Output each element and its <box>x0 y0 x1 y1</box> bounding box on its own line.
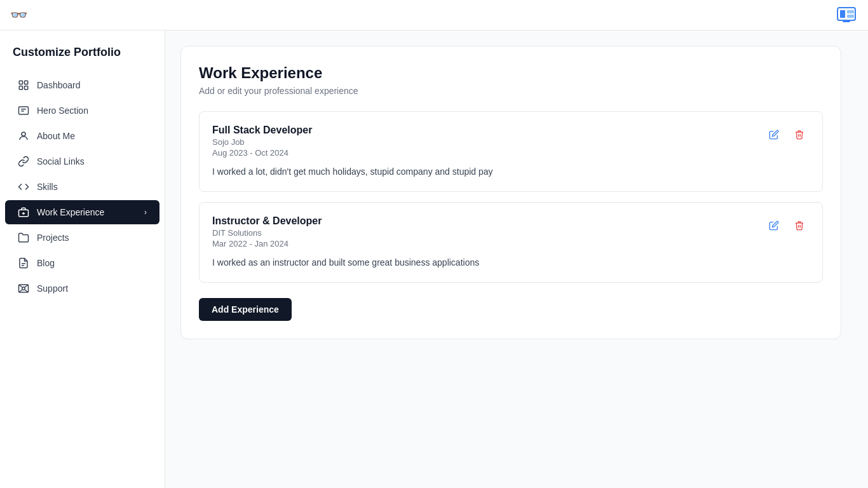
briefcase-icon <box>18 207 29 218</box>
sidebar-item-projects[interactable]: Projects <box>5 226 159 250</box>
sidebar-label-social: Social Links <box>37 156 85 166</box>
delete-button-2[interactable] <box>789 215 810 236</box>
logo-icon: 👓 <box>10 7 27 24</box>
svg-rect-6 <box>25 81 28 84</box>
sidebar-label-work: Work Experience <box>37 207 104 217</box>
dashboard-icon <box>18 79 29 91</box>
sidebar-item-social-links[interactable]: Social Links <box>5 149 159 173</box>
sidebar-item-blog[interactable]: Blog <box>5 251 159 275</box>
sidebar-title: Customize Portfolio <box>0 46 165 72</box>
person-icon <box>18 130 29 142</box>
edit-button-1[interactable] <box>764 125 784 145</box>
exp-header-1: Full Stack Developer Sojo Job Aug 2023 -… <box>212 125 810 165</box>
exp-description-2: I worked as an instructor and built some… <box>212 256 810 269</box>
svg-point-12 <box>22 132 25 136</box>
sidebar-item-support[interactable]: Support <box>5 276 159 301</box>
sidebar-label-blog: Blog <box>37 258 55 268</box>
chevron-right-icon: › <box>144 208 147 217</box>
exp-dates-1: Aug 2023 - Oct 2024 <box>212 148 312 158</box>
sidebar-label-about: About Me <box>37 131 75 141</box>
sidebar-label-dashboard: Dashboard <box>37 80 81 90</box>
exp-actions-2 <box>764 215 810 236</box>
svg-point-19 <box>22 287 25 290</box>
add-experience-button[interactable]: Add Experience <box>199 298 292 321</box>
code-icon <box>18 181 29 193</box>
sidebar-label-projects: Projects <box>37 233 69 243</box>
svg-rect-1 <box>840 10 845 18</box>
link-icon <box>18 156 29 167</box>
work-experience-card: Work Experience Add or edit your profess… <box>180 46 841 339</box>
sidebar-item-work-experience[interactable]: Work Experience › <box>5 200 159 224</box>
delete-button-1[interactable] <box>789 125 810 145</box>
page-subtitle: Add or edit your professional experience <box>199 86 823 96</box>
experience-item-2: Instructor & Developer DIT Solutions Mar… <box>199 202 823 283</box>
svg-rect-2 <box>847 10 854 13</box>
sidebar-label-skills: Skills <box>37 182 58 192</box>
exp-header-2: Instructor & Developer DIT Solutions Mar… <box>212 215 810 256</box>
sidebar-item-skills[interactable]: Skills <box>5 175 159 199</box>
experience-item-1: Full Stack Developer Sojo Job Aug 2023 -… <box>199 111 823 192</box>
svg-rect-8 <box>25 86 28 90</box>
projects-icon <box>18 232 29 243</box>
sidebar-item-about-me[interactable]: About Me <box>5 124 159 148</box>
main-content: Work Experience Add or edit your profess… <box>165 30 868 488</box>
exp-actions-1 <box>764 125 810 145</box>
exp-info-2: Instructor & Developer DIT Solutions Mar… <box>212 215 322 256</box>
exp-description-1: I worked a lot, didn't get much holidays… <box>212 165 810 179</box>
exp-title-1: Full Stack Developer <box>212 125 312 136</box>
sidebar-item-hero-section[interactable]: Hero Section <box>5 98 159 123</box>
exp-info-1: Full Stack Developer Sojo Job Aug 2023 -… <box>212 125 312 165</box>
layout: Customize Portfolio Dashboard Hero Secti… <box>0 30 868 488</box>
exp-company-1: Sojo Job <box>212 137 312 147</box>
topbar: 👓 <box>0 0 868 30</box>
hero-icon <box>18 105 29 116</box>
preview-button[interactable] <box>835 4 858 27</box>
edit-button-2[interactable] <box>764 215 784 236</box>
exp-title-2: Instructor & Developer <box>212 215 322 227</box>
svg-rect-3 <box>847 15 854 18</box>
sidebar: Customize Portfolio Dashboard Hero Secti… <box>0 30 165 488</box>
sidebar-item-dashboard[interactable]: Dashboard <box>5 73 159 97</box>
exp-company-2: DIT Solutions <box>212 228 322 238</box>
blog-icon <box>18 257 29 269</box>
sidebar-label-hero: Hero Section <box>37 105 88 116</box>
svg-rect-7 <box>19 86 22 90</box>
sidebar-label-support: Support <box>37 283 68 294</box>
page-title: Work Experience <box>199 64 823 82</box>
svg-rect-5 <box>19 81 22 84</box>
support-icon <box>18 283 29 294</box>
exp-dates-2: Mar 2022 - Jan 2024 <box>212 239 322 248</box>
